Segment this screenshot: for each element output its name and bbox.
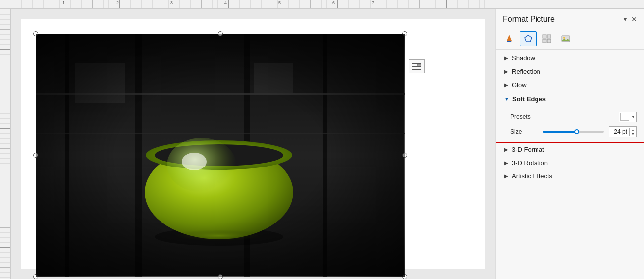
svg-marker-12: [525, 35, 532, 42]
soft-edges-header[interactable]: ▼ Soft Edges: [496, 92, 644, 106]
tab-effects[interactable]: [520, 31, 537, 46]
size-slider[interactable]: [543, 131, 604, 133]
panel-content: ▶ Shadow ▶ Reflection ▶ Glow ▼ Soft Edge…: [496, 50, 644, 279]
3d-format-label: 3-D Format: [512, 146, 544, 153]
3d-rotation-label: 3-D Rotation: [512, 159, 548, 167]
tab-fill[interactable]: [501, 31, 518, 46]
size-spinner-down[interactable]: ▼: [630, 132, 636, 136]
svg-rect-13: [543, 35, 546, 38]
presets-row: Presets ▼: [510, 112, 637, 122]
layout-options-button[interactable]: [409, 59, 425, 73]
svg-rect-7: [412, 63, 421, 64]
svg-point-6: [169, 230, 268, 242]
image-container[interactable]: [36, 34, 405, 277]
size-row: Size 24 pt ▲ ▼: [510, 126, 637, 137]
section-glow[interactable]: ▶ Glow: [496, 78, 644, 92]
svg-rect-9: [412, 69, 421, 70]
section-shadow[interactable]: ▶ Shadow: [496, 52, 644, 65]
svg-rect-17: [562, 36, 570, 42]
shadow-expand-arrow: ▶: [503, 55, 510, 62]
section-reflection[interactable]: ▶ Reflection: [496, 65, 644, 78]
section-3d-rotation[interactable]: ▶ 3-D Rotation: [496, 156, 644, 169]
svg-point-18: [563, 37, 565, 39]
size-label: Size: [510, 128, 540, 135]
panel-title: Format Picture: [503, 15, 555, 24]
panel-close-button[interactable]: ✕: [631, 15, 637, 23]
format-picture-panel: Format Picture ▼ ✕: [495, 9, 644, 279]
svg-rect-14: [547, 35, 551, 38]
size-spinner-up[interactable]: ▲: [630, 128, 636, 132]
presets-label: Presets: [510, 113, 540, 120]
panel-dropdown-icon[interactable]: ▼: [622, 16, 628, 23]
svg-rect-10: [417, 64, 421, 66]
glow-expand-arrow: ▶: [503, 82, 510, 89]
soft-edges-content: Presets ▼ Size: [496, 106, 644, 142]
presets-dropdown[interactable]: ▼: [619, 112, 637, 122]
reflection-expand-arrow: ▶: [503, 68, 510, 75]
shadow-label: Shadow: [512, 55, 535, 62]
section-artistic-effects[interactable]: ▶ Artistic Effects: [496, 169, 644, 183]
svg-point-5: [182, 153, 207, 170]
artistic-effects-label: Artistic Effects: [512, 172, 552, 180]
artistic-effects-expand-arrow: ▶: [503, 173, 510, 180]
glow-label: Glow: [512, 81, 527, 89]
svg-rect-16: [547, 39, 551, 43]
panel-tabs: [496, 28, 644, 50]
reflection-label: Reflection: [512, 68, 540, 75]
panel-header: Format Picture ▼ ✕: [496, 9, 644, 28]
presets-dropdown-arrow: ▼: [631, 115, 635, 119]
image-display: [36, 34, 405, 277]
tab-layout[interactable]: [538, 31, 555, 46]
soft-edges-collapse-arrow: ▼: [503, 96, 510, 103]
3d-rotation-expand-arrow: ▶: [503, 160, 510, 167]
canvas-area: [11, 9, 495, 279]
bowl-image: [125, 73, 303, 248]
canvas-white: [21, 19, 485, 269]
section-soft-edges: ▼ Soft Edges Presets ▼: [496, 92, 644, 143]
svg-rect-15: [543, 39, 546, 43]
ruler-left: [0, 9, 11, 279]
size-input[interactable]: 24 pt ▲ ▼: [609, 126, 637, 137]
3d-format-expand-arrow: ▶: [503, 146, 510, 153]
size-value: 24 pt: [609, 128, 629, 135]
tab-picture[interactable]: [557, 31, 574, 46]
section-3d-format[interactable]: ▶ 3-D Format: [496, 143, 644, 156]
soft-edges-label: Soft Edges: [512, 95, 546, 103]
svg-rect-11: [507, 41, 511, 42]
